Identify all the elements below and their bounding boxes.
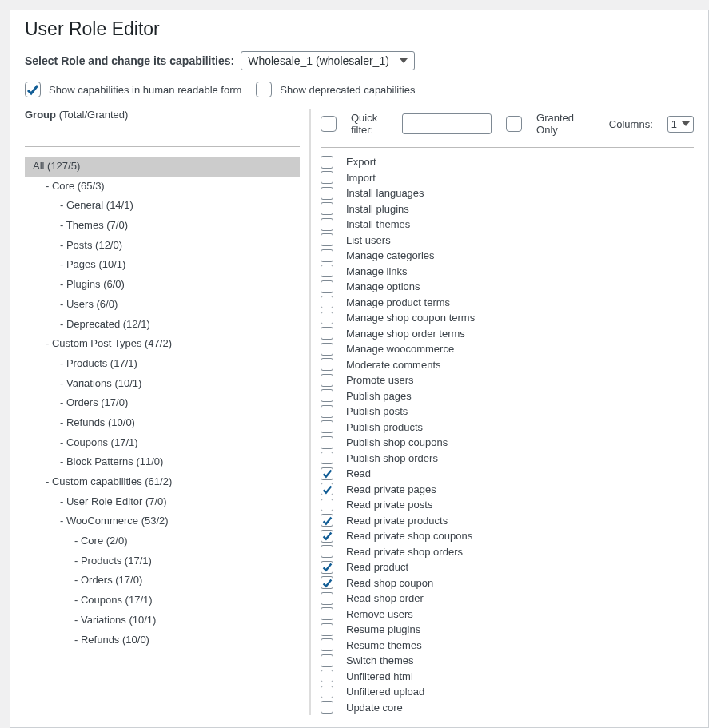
capability-checkbox[interactable] bbox=[321, 265, 333, 277]
capability-label[interactable]: Read private shop coupons bbox=[346, 528, 472, 544]
capability-checkbox[interactable] bbox=[321, 233, 333, 246]
capability-checkbox[interactable] bbox=[321, 343, 333, 356]
capability-label[interactable]: Install plugins bbox=[346, 201, 409, 217]
capability-checkbox[interactable] bbox=[321, 499, 333, 511]
capability-label[interactable]: Unfiltered html bbox=[346, 669, 413, 685]
capability-label[interactable]: Manage links bbox=[346, 264, 408, 280]
capability-label[interactable]: Install languages bbox=[346, 185, 424, 201]
capability-checkbox[interactable] bbox=[321, 452, 333, 464]
capability-label[interactable]: Manage shop coupon terms bbox=[346, 310, 475, 326]
capability-label[interactable]: Resume plugins bbox=[346, 622, 420, 638]
capability-checkbox[interactable] bbox=[321, 171, 333, 184]
capability-label[interactable]: Read private posts bbox=[346, 497, 432, 513]
capability-label[interactable]: Manage categories bbox=[346, 248, 435, 264]
tree-item[interactable]: - User Role Editor (7/0) bbox=[25, 492, 300, 512]
capability-checkbox[interactable] bbox=[321, 280, 333, 293]
tree-item[interactable]: - Custom Post Types (47/2) bbox=[25, 334, 300, 354]
capability-label[interactable]: Switch themes bbox=[346, 653, 414, 669]
tree-item[interactable]: - Users (6/0) bbox=[25, 295, 300, 315]
select-all-checkbox[interactable] bbox=[321, 116, 337, 132]
tree-item[interactable]: - Core (65/3) bbox=[25, 177, 300, 197]
capability-checkbox[interactable] bbox=[321, 218, 333, 231]
tree-item[interactable]: - Products (17/1) bbox=[25, 551, 300, 571]
capability-label[interactable]: Publish pages bbox=[346, 388, 412, 404]
tree-item[interactable]: - Orders (17/0) bbox=[25, 393, 300, 413]
capability-checkbox[interactable] bbox=[321, 654, 333, 667]
tree-item[interactable]: - Variations (10/1) bbox=[25, 611, 300, 631]
capability-checkbox[interactable] bbox=[321, 187, 333, 200]
tree-item[interactable]: - Block Patterns (11/0) bbox=[25, 452, 300, 472]
capability-label[interactable]: Publish shop coupons bbox=[346, 435, 448, 451]
tree-item[interactable]: - Core (2/0) bbox=[25, 531, 300, 551]
tree-item[interactable]: - Themes (7/0) bbox=[25, 216, 300, 236]
tree-item[interactable]: - Coupons (17/1) bbox=[25, 433, 300, 453]
granted-only-checkbox[interactable] bbox=[506, 116, 522, 132]
capability-checkbox[interactable] bbox=[321, 467, 333, 480]
capability-checkbox[interactable] bbox=[321, 530, 333, 543]
capability-checkbox[interactable] bbox=[321, 420, 333, 433]
capability-checkbox[interactable] bbox=[321, 545, 333, 558]
capability-checkbox[interactable] bbox=[321, 374, 333, 387]
capability-checkbox[interactable] bbox=[321, 701, 333, 714]
tree-item[interactable]: - Refunds (10/0) bbox=[25, 631, 300, 650]
deprecated-checkbox[interactable] bbox=[256, 82, 272, 97]
capability-checkbox[interactable] bbox=[321, 358, 333, 371]
capability-checkbox[interactable] bbox=[321, 405, 333, 418]
capability-checkbox[interactable] bbox=[321, 327, 333, 340]
capability-label[interactable]: Read product bbox=[346, 559, 408, 575]
tree-item[interactable]: - Custom capabilities (61/2) bbox=[25, 472, 300, 492]
columns-select[interactable]: 1 bbox=[667, 116, 694, 133]
capability-label[interactable]: Publish products bbox=[346, 420, 423, 436]
capability-checkbox[interactable] bbox=[321, 296, 333, 308]
capability-checkbox[interactable] bbox=[321, 638, 333, 651]
capability-checkbox[interactable] bbox=[321, 202, 333, 215]
tree-item[interactable]: - Plugins (6/0) bbox=[25, 275, 300, 295]
capability-label[interactable]: Read shop coupon bbox=[346, 575, 433, 591]
capability-checkbox[interactable] bbox=[321, 156, 333, 169]
quick-filter-input[interactable] bbox=[402, 113, 492, 134]
capability-label[interactable]: Update core bbox=[346, 700, 403, 716]
capability-label[interactable]: Manage options bbox=[346, 279, 420, 295]
capability-checkbox[interactable] bbox=[321, 592, 333, 605]
capability-checkbox[interactable] bbox=[321, 312, 333, 324]
capability-checkbox[interactable] bbox=[321, 389, 333, 402]
tree-item[interactable]: - Refunds (10/0) bbox=[25, 413, 300, 433]
capability-checkbox[interactable] bbox=[321, 514, 333, 527]
capability-label[interactable]: Read private shop orders bbox=[346, 544, 463, 560]
capability-checkbox[interactable] bbox=[321, 483, 333, 495]
tree-item[interactable]: - Posts (12/0) bbox=[25, 236, 300, 256]
capability-checkbox[interactable] bbox=[321, 607, 333, 620]
human-readable-checkbox[interactable] bbox=[25, 82, 41, 97]
capability-label[interactable]: Publish posts bbox=[346, 404, 408, 420]
capability-label[interactable]: Manage woocommerce bbox=[346, 341, 454, 357]
capability-checkbox[interactable] bbox=[321, 436, 333, 449]
tree-item[interactable]: - WooCommerce (53/2) bbox=[25, 511, 300, 531]
capability-checkbox[interactable] bbox=[321, 249, 333, 262]
capability-label[interactable]: Unfiltered upload bbox=[346, 684, 424, 700]
tree-item[interactable]: - Coupons (17/1) bbox=[25, 591, 300, 611]
capability-label[interactable]: Remove users bbox=[346, 607, 413, 623]
capability-label[interactable]: Resume themes bbox=[346, 638, 422, 654]
capability-checkbox[interactable] bbox=[321, 670, 333, 682]
capability-label[interactable]: Manage product terms bbox=[346, 295, 450, 311]
capability-label[interactable]: Export bbox=[346, 154, 376, 170]
tree-item[interactable]: - Orders (17/0) bbox=[25, 571, 300, 591]
tree-item[interactable]: All (127/5) bbox=[25, 157, 300, 177]
capability-label[interactable]: Manage shop order terms bbox=[346, 326, 465, 342]
capability-label[interactable]: Read private pages bbox=[346, 482, 436, 498]
capability-label[interactable]: Promote users bbox=[346, 372, 414, 388]
tree-item[interactable]: - General (14/1) bbox=[25, 196, 300, 216]
capability-checkbox[interactable] bbox=[321, 686, 333, 698]
tree-item[interactable]: - Variations (10/1) bbox=[25, 374, 300, 394]
capability-checkbox[interactable] bbox=[321, 623, 333, 636]
capability-label[interactable]: Moderate comments bbox=[346, 357, 441, 373]
capability-label[interactable]: Publish shop orders bbox=[346, 451, 438, 467]
capability-label[interactable]: List users bbox=[346, 233, 391, 249]
capability-label[interactable]: Import bbox=[346, 170, 376, 186]
tree-item[interactable]: - Products (17/1) bbox=[25, 354, 300, 374]
tree-item[interactable]: - Pages (10/1) bbox=[25, 255, 300, 275]
tree-item[interactable]: - Deprecated (12/1) bbox=[25, 315, 300, 335]
capability-checkbox[interactable] bbox=[321, 576, 333, 589]
capability-label[interactable]: Read shop order bbox=[346, 591, 424, 607]
capability-label[interactable]: Read bbox=[346, 466, 371, 482]
